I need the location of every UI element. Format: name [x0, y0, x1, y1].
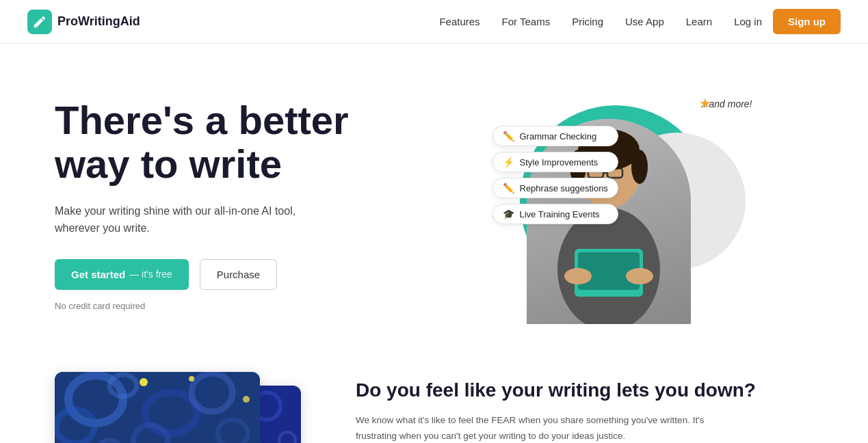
style-label: Style Improvements: [520, 157, 599, 167]
second-section: My idea in my head Do you feel like your…: [0, 358, 868, 443]
hero-illustration: ✏️ Grammar Checking ⚡ Style Improvements…: [431, 85, 813, 331]
nav-features[interactable]: Features: [439, 16, 479, 27]
svg-point-7: [564, 268, 592, 284]
hero-content: There's a better way to write Make your …: [55, 85, 431, 311]
signup-button[interactable]: Sign up: [773, 9, 841, 34]
rephrase-icon: ✏️: [503, 183, 514, 193]
nav-pricing[interactable]: Pricing: [572, 16, 603, 27]
second-body: We know what it's like to feel the FEAR …: [356, 413, 711, 443]
hero-subtitle: Make your writing shine with our all-in-…: [55, 202, 315, 237]
pill-rephrase: ✏️ Rephrase suggestions: [492, 178, 618, 198]
training-icon: 🎓: [503, 209, 514, 219]
hero-buttons: Get started — it's free Purchase: [55, 259, 431, 290]
nav-links: Features For Teams Pricing Use App Learn: [439, 16, 712, 27]
pill-training: 🎓 Live Training Events: [492, 204, 618, 224]
get-started-label: Get started: [71, 269, 125, 280]
pill-grammar: ✏️ Grammar Checking: [492, 126, 618, 146]
svg-point-38: [243, 396, 250, 403]
pencil-icon: [32, 14, 47, 29]
second-title: Do you feel like your writing lets you d…: [356, 379, 813, 402]
navbar: ProWritingAid Features For Teams Pricing…: [0, 0, 868, 44]
svg-point-8: [626, 268, 653, 284]
free-label: — it's free: [129, 269, 172, 280]
get-started-button[interactable]: Get started — it's free: [55, 259, 189, 290]
second-left: My idea in my head: [55, 372, 301, 443]
no-credit-card-text: No credit card required: [55, 301, 431, 311]
grammar-label: Grammar Checking: [520, 131, 597, 142]
illustration-container: ✏️ Grammar Checking ⚡ Style Improvements…: [492, 92, 752, 324]
login-button[interactable]: Log in: [734, 16, 762, 27]
feature-pills: ✏️ Grammar Checking ⚡ Style Improvements…: [492, 126, 618, 224]
svg-point-37: [189, 376, 194, 381]
star-icon: ★: [699, 95, 711, 111]
grammar-icon: ✏️: [503, 131, 514, 142]
card-front: My idea in my head: [55, 372, 260, 443]
training-label: Live Training Events: [520, 209, 600, 219]
svg-point-11: [631, 150, 648, 184]
logo[interactable]: ProWritingAid: [27, 10, 140, 34]
logo-icon: [27, 10, 52, 34]
pill-style: ⚡ Style Improvements: [492, 152, 618, 172]
hero-section: There's a better way to write Make your …: [0, 44, 868, 358]
svg-point-36: [140, 378, 148, 386]
second-right: Do you feel like your writing lets you d…: [356, 372, 813, 443]
nav-for-teams[interactable]: For Teams: [502, 16, 551, 27]
purchase-button[interactable]: Purchase: [200, 259, 277, 290]
nav-use-app[interactable]: Use App: [625, 16, 664, 27]
nav-learn[interactable]: Learn: [686, 16, 712, 27]
brand-name: ProWritingAid: [57, 14, 140, 29]
rephrase-label: Rephrase suggestions: [520, 183, 608, 193]
hero-title: There's a better way to write: [55, 98, 431, 186]
starry-night-front: My idea in my head: [55, 372, 260, 443]
style-icon: ⚡: [503, 157, 514, 167]
image-stack: My idea in my head: [55, 372, 287, 443]
starry-svg-front: [55, 372, 260, 443]
